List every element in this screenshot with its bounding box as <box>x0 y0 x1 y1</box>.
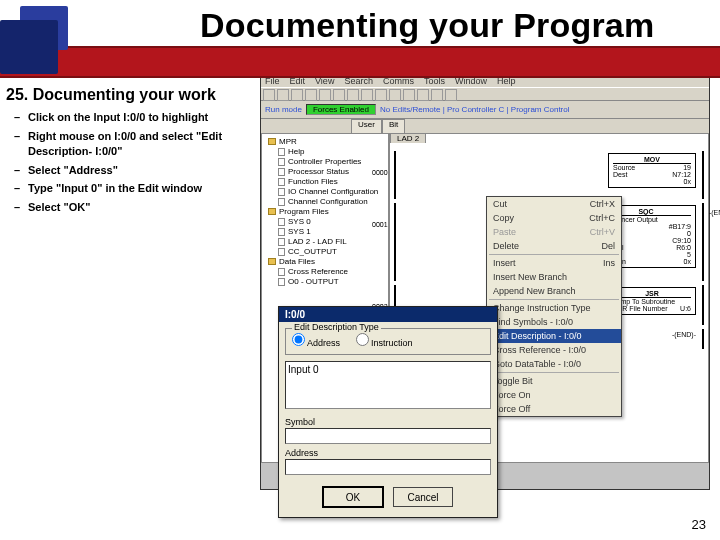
output-tag: -(EN)- <box>709 209 720 216</box>
file-icon <box>278 168 285 176</box>
separator <box>489 254 619 255</box>
toolbar-button[interactable] <box>403 89 415 101</box>
toolbar-button[interactable] <box>431 89 443 101</box>
file-icon <box>278 248 285 256</box>
rung[interactable]: 0000 MOV Source19 DestN7:12 0x <box>394 151 704 199</box>
ctx-cross-ref[interactable]: Cross Reference - I:0/0 <box>487 343 621 357</box>
toolbar-button[interactable] <box>445 89 457 101</box>
separator <box>489 299 619 300</box>
instruction-tabs[interactable]: User Bit <box>261 119 709 133</box>
tree-folder: Program Files <box>268 207 386 216</box>
file-icon <box>278 198 285 206</box>
tree-item: Help <box>278 147 386 156</box>
bullet-item: Click on the Input I:0/0 to highlight <box>14 110 270 125</box>
tree-item: LAD 2 - LAD FIL <box>278 237 386 246</box>
dialog-titlebar: I:0/0 <box>279 307 497 322</box>
folder-icon <box>268 138 276 145</box>
file-icon <box>278 238 285 246</box>
toolbar-button[interactable] <box>417 89 429 101</box>
title-band: Documenting your Program <box>0 0 720 72</box>
ctx-force-on[interactable]: Force On <box>487 388 621 402</box>
file-icon <box>278 188 285 196</box>
toolbar-button[interactable] <box>277 89 289 101</box>
rung-id: 0000 <box>372 169 388 176</box>
ctx-change-type[interactable]: Change Instruction Type <box>487 301 621 315</box>
run-mode-label: Run mode <box>265 105 302 114</box>
bullet-item: Type "Input 0" in the Edit window <box>14 181 270 196</box>
context-menu[interactable]: CutCtrl+X CopyCtrl+C PasteCtrl+V DeleteD… <box>486 196 622 417</box>
ctx-copy[interactable]: CopyCtrl+C <box>487 211 621 225</box>
toolbar-button[interactable] <box>361 89 373 101</box>
toolbar-button[interactable] <box>263 89 275 101</box>
status-right: No Edits/Remote | Pro Controller C | Pro… <box>380 105 705 114</box>
ctx-toggle-bit[interactable]: Toggle Bit <box>487 374 621 388</box>
description-type-group: Edit Description Type Address Instructio… <box>285 328 491 355</box>
symbol-input[interactable] <box>285 428 491 444</box>
dialog-buttons: OK Cancel <box>279 479 497 517</box>
toolbar-button[interactable] <box>375 89 387 101</box>
description-text-input[interactable] <box>285 361 491 409</box>
ctx-append-branch[interactable]: Append New Branch <box>487 284 621 298</box>
end-tag: -(END)- <box>672 331 696 338</box>
tree-item: IO Channel Configuration <box>278 187 386 196</box>
bullet-item: Select "OK" <box>14 200 270 215</box>
toolbar-button[interactable] <box>389 89 401 101</box>
instruction-block[interactable]: MOV Source19 DestN7:12 0x <box>608 153 696 188</box>
ctx-find-symbols[interactable]: Find Symbols - I:0/0 <box>487 315 621 329</box>
tree-root: MPR <box>268 137 386 146</box>
separator <box>489 372 619 373</box>
ctx-cut[interactable]: CutCtrl+X <box>487 197 621 211</box>
title-stripe <box>0 46 720 78</box>
file-icon <box>278 158 285 166</box>
toolbar-button[interactable] <box>319 89 331 101</box>
radio-instruction-input[interactable] <box>356 333 369 346</box>
page-number: 23 <box>692 517 706 532</box>
ctx-paste[interactable]: PasteCtrl+V <box>487 225 621 239</box>
toolbar-button[interactable] <box>305 89 317 101</box>
edit-description-dialog: I:0/0 Edit Description Type Address Inst… <box>278 306 498 518</box>
toolbar[interactable] <box>261 87 709 101</box>
file-icon <box>278 218 285 226</box>
address-input[interactable] <box>285 459 491 475</box>
tree-item: Cross Reference <box>278 267 386 276</box>
radio-instruction[interactable]: Instruction <box>356 333 413 348</box>
folder-icon <box>268 208 276 215</box>
radio-address-input[interactable] <box>292 333 305 346</box>
toolbar-button[interactable] <box>347 89 359 101</box>
file-icon <box>278 268 285 276</box>
ctx-delete[interactable]: DeleteDel <box>487 239 621 253</box>
folder-icon <box>268 258 276 265</box>
tree-item: SYS 1 <box>278 227 386 236</box>
symbol-label: Symbol <box>285 417 491 427</box>
ok-button[interactable]: OK <box>323 487 383 507</box>
file-icon <box>278 228 285 236</box>
page-title: Documenting your Program <box>200 6 654 45</box>
tree-item: SYS 0 <box>278 217 386 226</box>
ctx-insert-branch[interactable]: Insert New Branch <box>487 270 621 284</box>
toolbar-button[interactable] <box>291 89 303 101</box>
tree-item: Function Files <box>278 177 386 186</box>
radio-address[interactable]: Address <box>292 333 340 348</box>
tab-bit[interactable]: Bit <box>382 119 405 133</box>
tree-item: Processor Status <box>278 167 386 176</box>
rung-id: 0001 <box>372 221 388 228</box>
ladder-tab[interactable]: LAD 2 <box>390 133 426 143</box>
toolbar-button[interactable] <box>333 89 345 101</box>
status-toolbar: Run mode Forces Enabled No Edits/Remote … <box>261 101 709 119</box>
symbol-field: Symbol <box>285 417 491 444</box>
forces-status: Forces Enabled <box>306 104 376 115</box>
address-field: Address <box>285 448 491 475</box>
tab-user[interactable]: User <box>351 119 382 133</box>
cancel-button[interactable]: Cancel <box>393 487 453 507</box>
ctx-edit-description[interactable]: Edit Description - I:0/0 <box>487 329 621 343</box>
ctx-goto-datatable[interactable]: Goto DataTable - I:0/0 <box>487 357 621 371</box>
accent-decoration <box>0 20 58 74</box>
instruction-list: Click on the Input I:0/0 to highlight Ri… <box>14 110 270 219</box>
tree-item: CC_OUTPUT <box>278 247 386 256</box>
file-icon <box>278 148 285 156</box>
file-icon <box>278 278 285 286</box>
tree-item: Controller Properties <box>278 157 386 166</box>
bullet-item: Right mouse on I:0/0 and select "Edit De… <box>14 129 270 159</box>
ctx-force-off[interactable]: Force Off <box>487 402 621 416</box>
ctx-insert[interactable]: InsertIns <box>487 256 621 270</box>
